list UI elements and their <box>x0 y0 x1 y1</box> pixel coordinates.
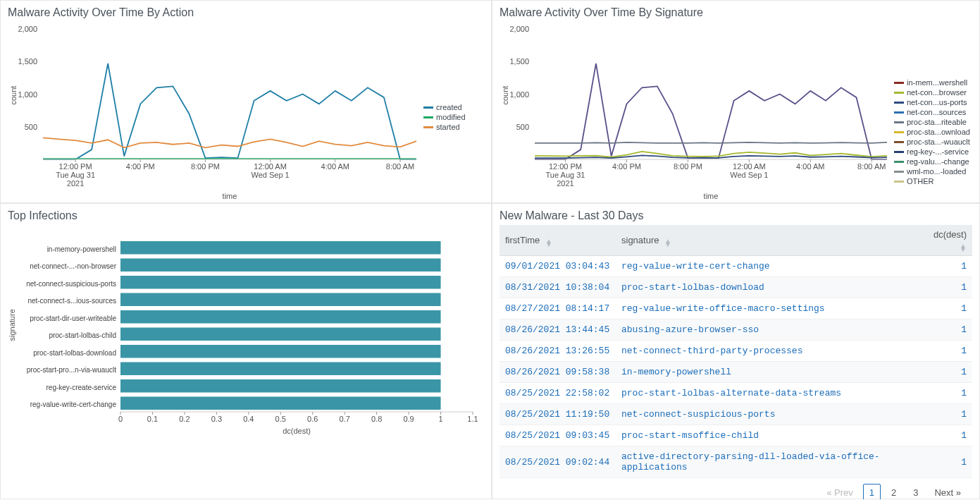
table-row[interactable]: 08/26/2021 13:44:45abusing-azure-browser… <box>500 319 972 341</box>
cell-firsttime[interactable]: 08/27/2021 08:14:17 <box>500 298 616 319</box>
svg-text:2021: 2021 <box>557 179 573 188</box>
legend-item[interactable]: reg-valu...-change <box>894 157 970 166</box>
sort-icon[interactable]: ▲▼ <box>960 244 967 251</box>
cell-dcdest[interactable]: 1 <box>916 362 972 383</box>
cell-firsttime[interactable]: 08/31/2021 10:38:04 <box>500 277 616 298</box>
chart-top-infections[interactable]: signaturein-memory-powershellnet-connect… <box>8 225 480 437</box>
table-row[interactable]: 09/01/2021 03:04:43reg-value-write-cert-… <box>500 256 972 277</box>
sort-icon[interactable]: ▲▼ <box>664 239 671 246</box>
svg-text:0.2: 0.2 <box>179 415 190 423</box>
svg-text:net-connect-...-non-browser: net-connect-...-non-browser <box>30 262 117 270</box>
legend-item[interactable]: modified <box>423 113 466 121</box>
svg-text:net-connect-suspicious-ports: net-connect-suspicious-ports <box>26 280 116 288</box>
svg-text:proc-start-pro...n-via-wuauclt: proc-start-pro...n-via-wuauclt <box>27 366 116 374</box>
cell-firsttime[interactable]: 08/26/2021 13:26:55 <box>500 341 616 362</box>
cell-firsttime[interactable]: 08/25/2021 11:19:50 <box>500 404 616 425</box>
cell-dcdest[interactable]: 1 <box>916 319 972 341</box>
cell-signature[interactable]: in-memory-powershell <box>616 362 916 383</box>
table-row[interactable]: 08/27/2021 08:14:17reg-value-write-offic… <box>500 298 972 319</box>
svg-text:0.9: 0.9 <box>403 415 414 423</box>
svg-text:reg-value-write-cert-change: reg-value-write-cert-change <box>30 401 117 408</box>
sort-icon[interactable]: ▲▼ <box>545 239 552 246</box>
legend-item[interactable]: net-con...sources <box>894 108 970 116</box>
table-row[interactable]: 08/25/2021 09:02:44active-directory-pars… <box>500 446 972 478</box>
cell-signature[interactable]: net-connect-third-party-processes <box>616 341 916 362</box>
pager-page-2[interactable]: 2 <box>885 484 903 499</box>
col-signature[interactable]: signature ▲▼ <box>616 225 916 256</box>
table-row[interactable]: 08/31/2021 10:38:04proc-start-lolbas-dow… <box>500 277 972 298</box>
table-row[interactable]: 08/25/2021 09:03:45proc-start-msoffice-c… <box>500 425 972 446</box>
svg-rect-59 <box>120 362 441 376</box>
pager-next[interactable]: Next » <box>929 484 967 499</box>
cell-firsttime[interactable]: 08/25/2021 22:58:02 <box>500 383 616 404</box>
svg-text:0.8: 0.8 <box>371 415 382 423</box>
cell-dcdest[interactable]: 1 <box>916 446 972 478</box>
svg-rect-53 <box>120 310 441 324</box>
svg-text:1.1: 1.1 <box>467 415 478 423</box>
svg-text:1,000: 1,000 <box>18 90 37 99</box>
pager-page-1[interactable]: 1 <box>863 484 881 499</box>
cell-firsttime[interactable]: 08/25/2021 09:02:44 <box>500 446 616 478</box>
cell-signature[interactable]: net-connect-suspicious-ports <box>616 404 916 425</box>
legend-item[interactable]: reg-key-...-service <box>894 147 970 156</box>
cell-signature[interactable]: proc-start-lolbas-download <box>616 277 916 298</box>
cell-dcdest[interactable]: 1 <box>916 277 972 298</box>
chart-activity-by-action[interactable]: 5001,0001,5002,000count12:00 PMTue Aug 3… <box>8 22 423 202</box>
legend-item[interactable]: OTHER <box>894 177 970 185</box>
new-malware-table: firstTime ▲▼ signature ▲▼ dc(dest) ▲▼ 09… <box>500 225 972 478</box>
cell-dcdest[interactable]: 1 <box>916 256 972 277</box>
legend-item[interactable]: wml-mo...-loaded <box>894 167 970 176</box>
cell-signature[interactable]: abusing-azure-browser-sso <box>616 319 916 341</box>
cell-dcdest[interactable]: 1 <box>916 341 972 362</box>
table-row[interactable]: 08/25/2021 11:19:50net-connect-suspiciou… <box>500 404 972 425</box>
cell-firsttime[interactable]: 08/25/2021 09:03:45 <box>500 425 616 446</box>
svg-text:dc(dest): dc(dest) <box>283 427 311 435</box>
svg-text:4:00 AM: 4:00 AM <box>321 162 349 171</box>
svg-text:12:00 AM: 12:00 AM <box>733 162 765 171</box>
cell-dcdest[interactable]: 1 <box>916 404 972 425</box>
svg-text:Wed Sep 1: Wed Sep 1 <box>251 171 289 179</box>
pager-prev[interactable]: « Prev <box>821 484 859 499</box>
chart-activity-by-signature[interactable]: 5001,0001,5002,000count12:00 PMTue Aug 3… <box>500 22 894 202</box>
cell-signature[interactable]: proc-start-msoffice-child <box>616 425 916 446</box>
svg-text:time: time <box>223 192 237 200</box>
legend-item[interactable]: proc-sta...riteable <box>894 118 970 126</box>
cell-signature[interactable]: proc-start-lolbas-alternate-data-streams <box>616 383 916 404</box>
legend-item[interactable]: created <box>423 103 466 111</box>
svg-text:proc-start-dir-user-writeable: proc-start-dir-user-writeable <box>30 315 116 322</box>
cell-dcdest[interactable]: 1 <box>916 298 972 319</box>
cell-signature[interactable]: active-directory-parsing-dll-loaded-via-… <box>616 446 916 478</box>
cell-signature[interactable]: reg-value-write-cert-change <box>616 256 916 277</box>
legend-item[interactable]: in-mem...wershell <box>894 78 970 87</box>
table-row[interactable]: 08/26/2021 09:58:38in-memory-powershell1 <box>500 362 972 383</box>
legend-item[interactable]: proc-sta...ownload <box>894 128 970 136</box>
svg-text:Tue Aug 31: Tue Aug 31 <box>546 171 585 179</box>
svg-text:4:00 PM: 4:00 PM <box>126 162 155 171</box>
table-row[interactable]: 08/26/2021 13:26:55net-connect-third-par… <box>500 341 972 362</box>
pager-page-3[interactable]: 3 <box>907 484 924 499</box>
svg-text:12:00 PM: 12:00 PM <box>549 162 582 171</box>
cell-firsttime[interactable]: 08/26/2021 09:58:38 <box>500 362 616 383</box>
svg-text:proc-start-lolbas-child: proc-start-lolbas-child <box>49 331 116 339</box>
svg-text:0.6: 0.6 <box>307 415 318 423</box>
legend-item[interactable]: net-con...us-ports <box>894 98 970 106</box>
legend-item[interactable]: net-con...browser <box>894 88 970 97</box>
col-firsttime[interactable]: firstTime ▲▼ <box>500 225 616 256</box>
legend-item[interactable]: started <box>423 123 466 131</box>
table-row[interactable]: 08/25/2021 22:58:02proc-start-lolbas-alt… <box>500 383 972 404</box>
cell-dcdest[interactable]: 1 <box>916 383 972 404</box>
col-dcdest[interactable]: dc(dest) ▲▼ <box>916 225 972 256</box>
panel-title: New Malware - Last 30 Days <box>500 209 972 222</box>
cell-dcdest[interactable]: 1 <box>916 425 972 446</box>
svg-text:8:00 PM: 8:00 PM <box>191 162 220 171</box>
legend-item[interactable]: proc-sta...-wuauclt <box>894 138 970 146</box>
svg-text:count: count <box>501 86 509 105</box>
svg-rect-57 <box>120 345 441 358</box>
svg-text:proc-start-lolbas-download: proc-start-lolbas-download <box>33 349 116 357</box>
svg-text:4:00 AM: 4:00 AM <box>796 162 824 171</box>
cell-firsttime[interactable]: 09/01/2021 03:04:43 <box>500 256 616 277</box>
cell-firsttime[interactable]: 08/26/2021 13:44:45 <box>500 319 616 341</box>
cell-signature[interactable]: reg-value-write-office-macro-settings <box>616 298 916 319</box>
svg-rect-45 <box>120 241 441 255</box>
svg-text:500: 500 <box>516 123 529 131</box>
